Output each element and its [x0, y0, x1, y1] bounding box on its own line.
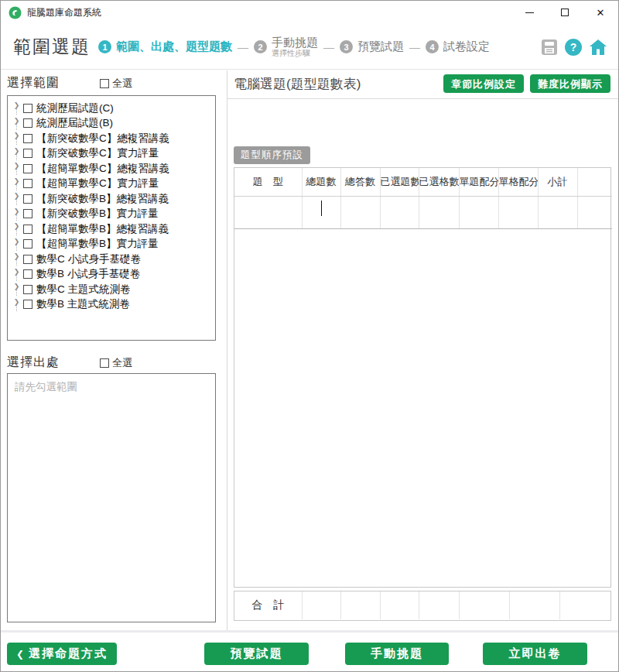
table-data-row — [234, 196, 612, 228]
tree-item[interactable]: ❯【超簡單數學C】總複習講義 — [11, 161, 212, 177]
step-3-circle[interactable]: 3 — [340, 40, 353, 53]
tree-item-checkbox[interactable] — [23, 179, 32, 188]
chevron-right-icon[interactable]: ❯ — [14, 298, 20, 306]
tree-item-label[interactable]: 【新突破數學C】實力評量 — [36, 146, 159, 160]
tree-item-label[interactable]: 【新突破數學B】實力評量 — [36, 207, 159, 221]
chevron-right-icon[interactable]: ❯ — [14, 283, 20, 290]
tree-item[interactable]: ❯【新突破數學C】總複習講義 — [11, 131, 212, 146]
source-select-all-checkbox[interactable] — [100, 358, 109, 368]
step-1-circle[interactable]: 1 — [98, 40, 111, 53]
tree-item[interactable]: ❯【超簡單數學B】總複習講義 — [11, 221, 212, 237]
tree-item[interactable]: ❯【新突破數學B】總複習講義 — [11, 191, 212, 207]
tree-item-label[interactable]: 數學C 小試身手基礎卷 — [36, 252, 141, 266]
save-icon[interactable] — [541, 39, 558, 56]
tree-item-checkbox[interactable] — [23, 285, 32, 294]
total-cell — [459, 591, 509, 619]
col-question-type: 題 型 — [234, 168, 302, 196]
tree-item-checkbox[interactable] — [23, 300, 32, 309]
tree-item[interactable]: ❯統測歷屆試題(B) — [11, 116, 212, 132]
step-1-label[interactable]: 範圍、出處、題型題數 — [116, 39, 232, 54]
step-3-label[interactable]: 預覽試題 — [357, 39, 404, 54]
maximize-icon[interactable] — [547, 1, 583, 24]
tree-item-checkbox[interactable] — [23, 134, 32, 143]
chevron-right-icon[interactable]: ❯ — [14, 238, 20, 245]
preview-questions-button[interactable]: 預覽試題 — [204, 643, 309, 665]
chevron-right-icon[interactable]: ❯ — [14, 192, 20, 200]
table-cell[interactable] — [419, 196, 459, 228]
tree-item-checkbox[interactable] — [23, 149, 32, 158]
chevron-right-icon[interactable]: ❯ — [14, 268, 20, 276]
left-panel: 選擇範圍 全選 ❯統測歷屆試題(C) ❯統測歷屆試題(B) ❯【新突破數學C】總… — [1, 70, 227, 630]
generate-exam-button[interactable]: 立即出卷 — [483, 643, 587, 665]
step-2-label[interactable]: 手動挑題 選擇性步驟 — [272, 36, 318, 58]
source-section-header: 選擇出處 全選 — [7, 355, 132, 371]
tree-item-checkbox[interactable] — [23, 255, 32, 264]
tree-item-checkbox[interactable] — [23, 164, 32, 173]
tree-item-label[interactable]: 【超簡單數學C】總複習講義 — [36, 162, 169, 176]
table-cell[interactable] — [498, 196, 538, 228]
step-4-label[interactable]: 試卷設定 — [443, 39, 490, 54]
tree-item[interactable]: ❯數學C 小試身手基礎卷 — [11, 252, 212, 267]
tree-item[interactable]: ❯數學C 主題式統測卷 — [11, 282, 212, 297]
table-cell[interactable] — [577, 196, 612, 228]
manual-pick-button[interactable]: 手動挑題 — [345, 643, 449, 665]
tree-item-label[interactable]: 數學B 主題式統測卷 — [36, 297, 130, 311]
difficulty-ratio-button[interactable]: 難度比例顯示 — [530, 74, 610, 93]
chevron-right-icon[interactable]: ❯ — [14, 207, 20, 215]
tree-item-checkbox[interactable] — [23, 225, 32, 234]
table-cell[interactable] — [538, 196, 577, 228]
col-total-answers: 總答數 — [340, 168, 380, 196]
tree-item-checkbox[interactable] — [23, 209, 32, 218]
tree-item[interactable]: ❯【新突破數學B】實力評量 — [11, 207, 212, 222]
chevron-right-icon[interactable]: ❯ — [14, 222, 20, 230]
tree-item-checkbox[interactable] — [23, 118, 32, 128]
tree-item-checkbox[interactable] — [23, 269, 32, 279]
tree-item[interactable]: ❯【超簡單數學C】實力評量 — [11, 177, 212, 192]
home-icon[interactable] — [589, 39, 607, 56]
tree-item-label[interactable]: 統測歷屆試題(B) — [36, 116, 113, 130]
chevron-right-icon[interactable]: ❯ — [14, 132, 20, 139]
range-select-all-checkbox[interactable] — [100, 79, 109, 88]
chevron-right-icon[interactable]: ❯ — [14, 147, 20, 155]
tree-item[interactable]: ❯數學B 主題式統測卷 — [11, 297, 212, 313]
tree-item-label[interactable]: 數學C 主題式統測卷 — [36, 283, 131, 297]
tree-item[interactable]: ❯【超簡單數學B】實力評量 — [11, 237, 212, 252]
step-2-circle[interactable]: 2 — [254, 40, 267, 53]
tree-item[interactable]: ❯【新突破數學C】實力評量 — [11, 146, 212, 162]
source-placeholder: 請先勾選範圍 — [15, 381, 77, 393]
tree-item-label[interactable]: 【新突破數學B】總複習講義 — [36, 192, 169, 206]
tree-item-label[interactable]: 數學B 小試身手基礎卷 — [36, 267, 140, 281]
tree-item-label[interactable]: 【超簡單數學C】實力評量 — [36, 177, 159, 190]
table-cell[interactable] — [340, 196, 380, 228]
tree-item-checkbox[interactable] — [23, 194, 32, 204]
range-tree-list[interactable]: ❯統測歷屆試題(C) ❯統測歷屆試題(B) ❯【新突破數學C】總複習講義 ❯【新… — [7, 95, 216, 341]
minimize-icon[interactable] — [511, 1, 547, 24]
tree-item-label[interactable]: 【超簡單數學B】總複習講義 — [36, 222, 169, 236]
tree-item-checkbox[interactable] — [23, 239, 32, 249]
text-caret — [321, 201, 323, 216]
chevron-right-icon[interactable]: ❯ — [14, 177, 20, 185]
tree-item-checkbox[interactable] — [23, 104, 32, 113]
range-select-all[interactable]: 全選 — [100, 77, 132, 91]
chevron-right-icon[interactable]: ❯ — [14, 162, 20, 170]
tree-item-label[interactable]: 【新突破數學C】總複習講義 — [36, 132, 169, 146]
chevron-right-icon[interactable]: ❯ — [14, 117, 20, 125]
tree-item[interactable]: ❯統測歷屆試題(C) — [11, 101, 212, 116]
back-to-selection-mode-button[interactable]: ❮ 選擇命題方式 — [7, 643, 117, 665]
tree-item[interactable]: ❯數學B 小試身手基礎卷 — [11, 267, 212, 283]
chevron-right-icon[interactable]: ❯ — [14, 101, 20, 109]
source-section-title: 選擇出處 — [7, 355, 60, 371]
close-icon[interactable]: ✕ — [583, 1, 618, 24]
table-cell[interactable] — [459, 196, 498, 228]
step-4-circle[interactable]: 4 — [426, 40, 439, 53]
source-select-all[interactable]: 全選 — [100, 356, 132, 370]
tree-item-label[interactable]: 統測歷屆試題(C) — [36, 101, 114, 115]
tree-item-label[interactable]: 【超簡單數學B】實力評量 — [36, 237, 159, 251]
table-cell[interactable] — [380, 196, 419, 228]
help-icon[interactable]: ? — [565, 39, 582, 56]
table-cell[interactable] — [302, 196, 340, 228]
chevron-right-icon[interactable]: ❯ — [14, 252, 20, 260]
chapter-ratio-button[interactable]: 章節比例設定 — [443, 74, 524, 93]
total-cell — [380, 591, 419, 619]
table-cell[interactable] — [234, 196, 302, 228]
